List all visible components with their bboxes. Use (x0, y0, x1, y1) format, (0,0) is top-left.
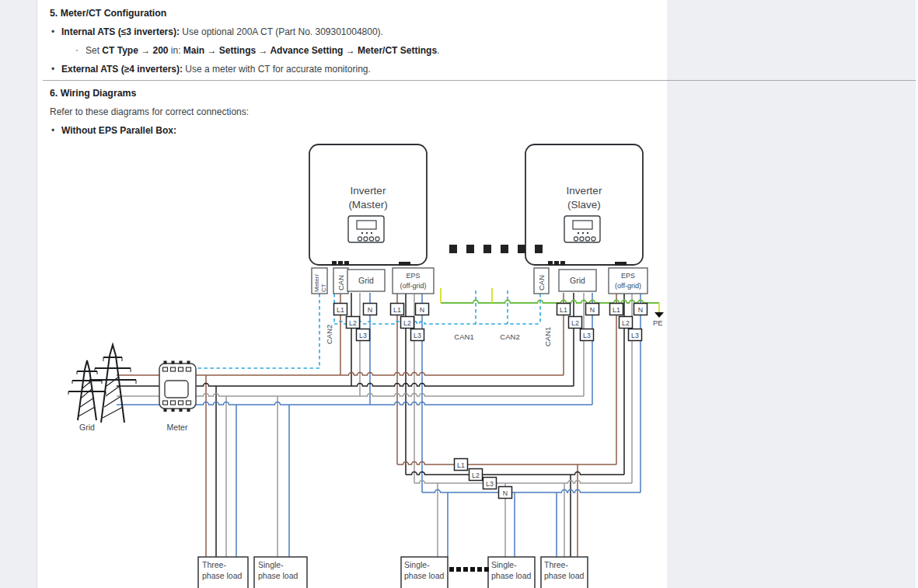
wire-label-boxes: L1 N L2 L3 L1 N L2 L3 L1 N L2 L3 L1 N L2… (334, 304, 647, 499)
load-single-phase-3: Single- phase load (488, 557, 535, 588)
svg-text:Three-: Three- (544, 560, 568, 569)
svg-text:(off-grid): (off-grid) (615, 282, 641, 290)
port-meter-ct: Meter/ CT (312, 268, 327, 294)
svg-text:Single-: Single- (404, 560, 430, 569)
bullet-icon: • (51, 64, 61, 75)
svg-text:L2: L2 (472, 471, 480, 479)
svg-text:L1: L1 (457, 461, 465, 469)
svg-text:CAN: CAN (337, 275, 345, 291)
svg-text:L2: L2 (622, 319, 630, 327)
svg-text:phase load: phase load (404, 571, 445, 580)
svg-text:L2: L2 (403, 319, 411, 327)
svg-text:N: N (503, 489, 508, 497)
can2-label: CAN2 (500, 332, 519, 341)
svg-text:phase load: phase load (544, 571, 585, 580)
port-eps-master: EPS (off-grid) (393, 268, 434, 294)
load-three-phase-1: Three- phase load (198, 557, 248, 588)
svg-text:EPS: EPS (621, 272, 635, 280)
section6-intro: Refer to these diagrams for correct conn… (50, 106, 249, 117)
inverter-master: Inverter (Master) (309, 144, 427, 266)
svg-text:L3: L3 (631, 332, 639, 339)
can2-vertical-label: CAN2 (325, 325, 333, 344)
more-loads-ellipsis-icon (449, 567, 489, 572)
bullet-internal-ats: •Internal ATS (≤3 inverters): Use option… (51, 26, 383, 37)
svg-text:L2: L2 (349, 319, 357, 327)
svg-text:L3: L3 (359, 332, 367, 339)
wiring-diagram: Grid Meter Inverter (Master) (37, 137, 666, 588)
load-boxes: Three- phase load Single- phase load Sin… (198, 557, 588, 588)
svg-text:L1: L1 (393, 306, 401, 314)
port-grid-master: Grid (347, 270, 385, 291)
svg-text:Single-: Single- (491, 560, 517, 569)
circle-bullet-icon: ◦ (75, 45, 86, 56)
svg-text:L1: L1 (337, 306, 344, 314)
svg-text:N: N (590, 306, 595, 314)
load-three-phase-2: Three- phase load (541, 557, 588, 588)
svg-text:CAN: CAN (537, 275, 546, 291)
svg-text:N: N (368, 306, 372, 314)
meter-label: Meter (167, 423, 188, 432)
pe-label: PE (653, 318, 663, 327)
svg-text:L2: L2 (571, 319, 579, 327)
svg-text:phase load: phase load (258, 571, 298, 580)
svg-text:L3: L3 (583, 332, 591, 339)
svg-text:L1: L1 (560, 306, 567, 314)
svg-text:Grid: Grid (358, 276, 374, 285)
port-grid-slave: Grid (559, 270, 596, 291)
svg-text:N: N (638, 306, 643, 314)
load-single-phase-2: Single- phase load (401, 557, 448, 588)
port-eps-slave: EPS (off-grid) (609, 268, 647, 294)
svg-text:L1: L1 (613, 306, 620, 314)
can1-vertical-label: CAN1 (543, 327, 552, 346)
bullet-without-eps: •Without EPS Parallel Box: (51, 125, 176, 136)
inverter-slave: Inverter (Slave) (525, 144, 643, 266)
can1-label: CAN1 (454, 332, 473, 341)
svg-text:Inverter: Inverter (567, 185, 602, 197)
svg-text:Grid: Grid (570, 276, 585, 285)
section-divider (43, 80, 916, 81)
port-can-slave: CAN (534, 268, 549, 294)
pe-ground-icon: PE (653, 312, 664, 327)
bullet-icon: • (51, 26, 61, 37)
section6-heading: 6. Wiring Diagrams (50, 88, 136, 99)
meter-icon (159, 361, 196, 412)
svg-text:(Slave): (Slave) (567, 199, 601, 210)
grid-tower-icon (68, 345, 136, 423)
svg-text:phase load: phase load (202, 571, 243, 580)
svg-text:L3: L3 (414, 332, 421, 339)
svg-text:(Master): (Master) (348, 199, 387, 210)
svg-text:N: N (420, 306, 424, 314)
svg-text:CT: CT (320, 284, 327, 292)
power-wires (117, 293, 641, 557)
svg-text:phase load: phase load (491, 571, 532, 580)
section5-heading: 5. Meter/CT Configuration (50, 8, 166, 19)
svg-text:Single-: Single- (258, 560, 284, 569)
port-can-master: CAN (333, 268, 348, 294)
bullet-icon: • (51, 125, 61, 136)
svg-text:L3: L3 (486, 480, 494, 488)
document-page: 5. Meter/CT Configuration •Internal ATS … (0, 0, 918, 588)
grid-label: Grid (79, 423, 95, 432)
bullet-external-ats: •External ATS (≥4 inverters): Use a mete… (51, 64, 371, 75)
sub-bullet-ct-type: ◦Set CT Type → 200 in: Main → Settings →… (75, 45, 439, 56)
svg-text:Three-: Three- (202, 560, 226, 569)
svg-text:(off-grid): (off-grid) (400, 282, 427, 290)
svg-text:EPS: EPS (406, 272, 420, 280)
load-single-phase-1: Single- phase load (254, 557, 307, 588)
svg-text:Inverter: Inverter (351, 185, 386, 197)
svg-text:Meter/: Meter/ (313, 274, 320, 292)
